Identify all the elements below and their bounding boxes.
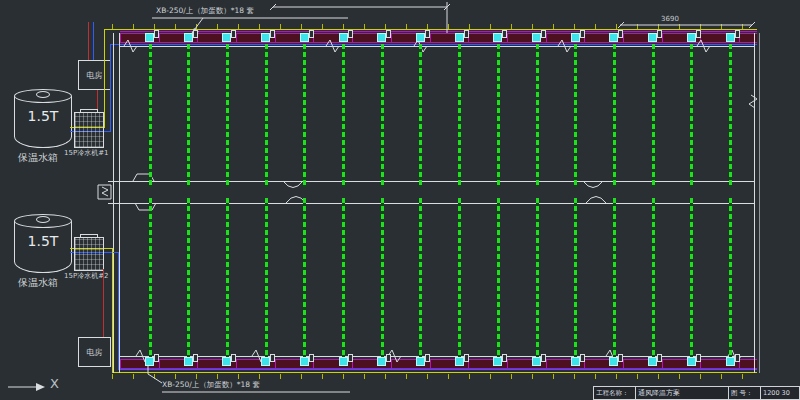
power-room-top: 电房 xyxy=(78,60,111,90)
cooling-duct xyxy=(458,44,461,187)
vent-flag xyxy=(348,30,353,38)
vent-flag xyxy=(580,354,585,362)
cooling-duct xyxy=(226,198,229,357)
air-vent xyxy=(377,357,386,366)
tank-top-capacity: 1.5T xyxy=(14,108,72,124)
cooling-duct xyxy=(536,44,539,187)
vent-flag xyxy=(309,354,314,362)
air-vent xyxy=(416,357,425,366)
vent-flag xyxy=(425,354,430,362)
air-vent xyxy=(377,33,386,42)
air-vent xyxy=(300,33,309,42)
air-vent xyxy=(261,357,270,366)
air-vent xyxy=(609,33,618,42)
chilled-return-pipe-bottom xyxy=(118,369,757,370)
axis-arrowhead xyxy=(36,383,45,391)
cooling-duct xyxy=(652,44,655,187)
dimension-3690: 3690 xyxy=(640,15,700,23)
title-block-drawing-no: 1200 30 xyxy=(761,387,799,399)
chiller-bottom-label: 15P冷水机#2 xyxy=(64,271,108,281)
cooling-duct xyxy=(574,44,577,187)
title-block-project-label: 工程名称： xyxy=(594,387,636,399)
power-feed-top-2 xyxy=(93,22,94,60)
air-vent xyxy=(493,33,502,42)
air-vent xyxy=(222,357,231,366)
title-block-project-name: 通风降温方案 xyxy=(636,387,729,399)
cooling-duct xyxy=(652,198,655,357)
air-vent xyxy=(726,357,735,366)
chilled-supply-pipe-bottom xyxy=(112,372,757,373)
air-vent xyxy=(648,357,657,366)
cooling-duct xyxy=(574,198,577,357)
cooling-duct xyxy=(419,198,422,357)
vent-flag xyxy=(541,354,546,362)
vent-flag xyxy=(735,354,740,362)
air-vent xyxy=(455,357,464,366)
cooling-duct xyxy=(729,198,732,357)
cooling-duct xyxy=(381,198,384,357)
vent-flag xyxy=(502,354,507,362)
vent-flag xyxy=(386,354,391,362)
title-block-drawing-no-label: 图 号： xyxy=(729,387,761,399)
cooling-duct xyxy=(303,198,306,357)
cooling-duct xyxy=(265,198,268,357)
air-vent xyxy=(687,357,696,366)
duct-spec-label-bottom: XB-250/上（加蛋数）*18 套 xyxy=(162,380,260,390)
power-cable-to-chiller-2 xyxy=(103,269,104,337)
cad-canvas: 电房 1.5T 保温水箱 15P冷水机#1 1.5T 保温水箱 15P冷水机#2… xyxy=(0,0,800,400)
air-vent xyxy=(145,33,154,42)
air-vent xyxy=(609,357,618,366)
vent-flag xyxy=(309,30,314,38)
pipe-riser-b-top xyxy=(110,44,111,132)
cooling-duct xyxy=(226,44,229,187)
air-vent xyxy=(184,357,193,366)
air-vent xyxy=(261,33,270,42)
vent-flag xyxy=(193,354,198,362)
tank-top-label: 保温水箱 xyxy=(4,151,72,165)
pipe-riser-y-top xyxy=(104,29,105,128)
air-vent xyxy=(339,357,348,366)
right-wall-outer xyxy=(759,33,760,373)
cooling-duct xyxy=(613,44,616,187)
vent-flag xyxy=(618,354,623,362)
cooling-duct xyxy=(536,198,539,357)
right-wall-inner xyxy=(754,33,755,373)
air-vent xyxy=(648,33,657,42)
cooling-duct xyxy=(149,198,152,357)
cooling-duct xyxy=(342,198,345,357)
air-vent xyxy=(416,33,425,42)
cooling-duct xyxy=(497,44,500,187)
tank-bottom-label: 保温水箱 xyxy=(4,276,72,290)
air-vent xyxy=(300,357,309,366)
axis-x-label: X xyxy=(50,376,59,391)
vent-flag xyxy=(154,354,159,362)
air-vent xyxy=(339,33,348,42)
vent-flag xyxy=(580,30,585,38)
pipe-riser-b-bottom xyxy=(118,252,119,370)
tank-bottom-capacity: 1.5T xyxy=(14,233,72,249)
cooling-duct xyxy=(187,198,190,357)
vent-flag xyxy=(386,30,391,38)
vent-flag xyxy=(735,30,740,38)
cooling-duct xyxy=(342,44,345,187)
cooling-duct xyxy=(149,44,152,187)
vent-flag xyxy=(154,30,159,38)
linework-overlay xyxy=(0,0,800,400)
vent-flag xyxy=(193,30,198,38)
air-vent xyxy=(571,33,580,42)
cooling-duct xyxy=(729,44,732,187)
vent-flag xyxy=(425,30,430,38)
power-room-top-label: 电房 xyxy=(87,70,103,81)
vent-flag xyxy=(696,354,701,362)
air-vent xyxy=(532,33,541,42)
pipe-riser-y-bottom xyxy=(112,248,113,373)
vent-flag xyxy=(541,30,546,38)
air-vent xyxy=(184,33,193,42)
vent-flag xyxy=(657,30,662,38)
air-vent xyxy=(455,33,464,42)
vent-flag xyxy=(348,354,353,362)
cooling-duct xyxy=(265,44,268,187)
power-feed-top xyxy=(88,22,89,60)
cooling-duct xyxy=(613,198,616,357)
vent-flag xyxy=(696,30,701,38)
